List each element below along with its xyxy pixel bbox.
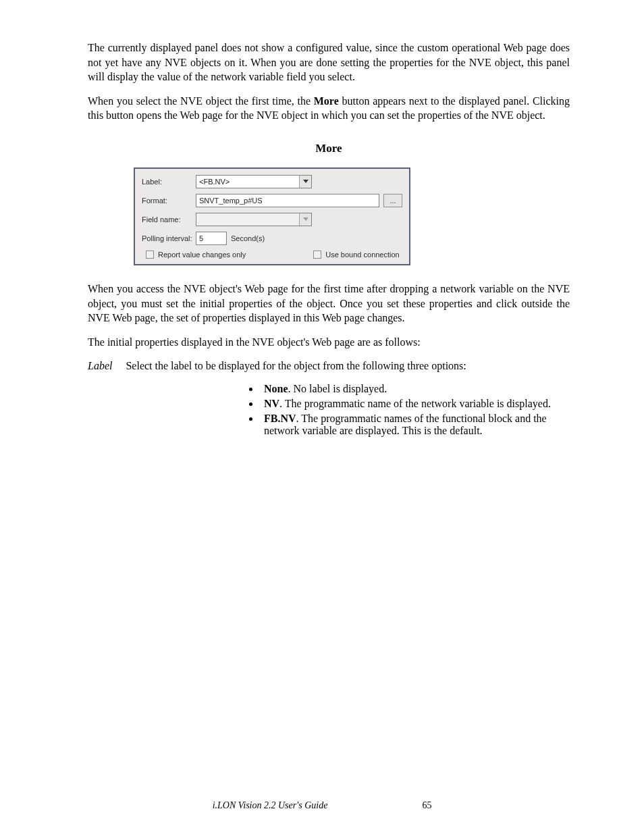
field-desc: Select the label to be displayed for the… — [126, 360, 466, 371]
format-input[interactable]: SNVT_temp_p#US — [196, 194, 379, 207]
bound-connection-checkbox[interactable] — [313, 251, 321, 259]
option-desc: . The programmatic name of the network v… — [279, 398, 551, 409]
report-changes-checkbox[interactable] — [146, 251, 154, 259]
format-label: Format: — [142, 197, 196, 205]
label-options-list: None. No label is displayed. NV. The pro… — [246, 383, 570, 437]
list-item: FB.NV. The programmatic names of the fun… — [260, 413, 570, 437]
chevron-down-icon[interactable] — [299, 213, 311, 226]
polling-interval-input[interactable]: 5 — [196, 232, 227, 245]
chevron-down-icon[interactable] — [299, 176, 311, 188]
report-changes-label: Report value changes only — [158, 251, 246, 259]
option-term: NV — [264, 398, 279, 409]
paragraph-first-access: When you access the NVE object's Web pag… — [88, 282, 570, 325]
label-dropdown-value: <FB.NV> — [199, 178, 230, 186]
nve-properties-panel: Label: <FB.NV> Format: SNVT_temp_p#US ..… — [134, 167, 410, 265]
bound-connection-label: Use bound connection — [325, 251, 399, 259]
paragraph-label-field: Label Select the label to be displayed f… — [88, 359, 570, 373]
field-term: Label — [88, 360, 112, 371]
footer-page-number: 65 — [422, 800, 431, 811]
field-name-dropdown[interactable] — [196, 213, 312, 226]
more-keyword: More — [314, 95, 339, 107]
option-term: None — [264, 383, 288, 394]
option-desc: . The programmatic names of the function… — [264, 413, 547, 436]
label-label: Label: — [142, 178, 196, 186]
paragraph-initial-props: The initial properties displayed in the … — [88, 335, 570, 350]
text-fragment: When you select the NVE object the first… — [88, 95, 314, 107]
footer-title: i.LON Vision 2.2 User's Guide — [213, 800, 328, 811]
more-heading: More — [88, 142, 570, 155]
page-footer: i.LON Vision 2.2 User's Guide 65 — [0, 800, 644, 811]
list-item: NV. The programmatic name of the network… — [260, 398, 570, 410]
browse-button[interactable]: ... — [383, 194, 402, 207]
format-value: SNVT_temp_p#US — [199, 197, 263, 205]
label-dropdown[interactable]: <FB.NV> — [196, 175, 312, 188]
field-name-label: Field name: — [142, 215, 196, 224]
option-term: FB.NV — [264, 413, 296, 424]
option-desc: . No label is displayed. — [288, 383, 387, 394]
paragraph-displayed-panel: The currently displayed panel does not s… — [88, 41, 570, 84]
list-item: None. No label is displayed. — [260, 383, 570, 395]
polling-interval-unit: Second(s) — [231, 234, 265, 242]
polling-interval-value: 5 — [199, 234, 203, 242]
polling-interval-label: Polling interval: — [142, 234, 196, 242]
paragraph-more-button: When you select the NVE object the first… — [88, 94, 570, 123]
